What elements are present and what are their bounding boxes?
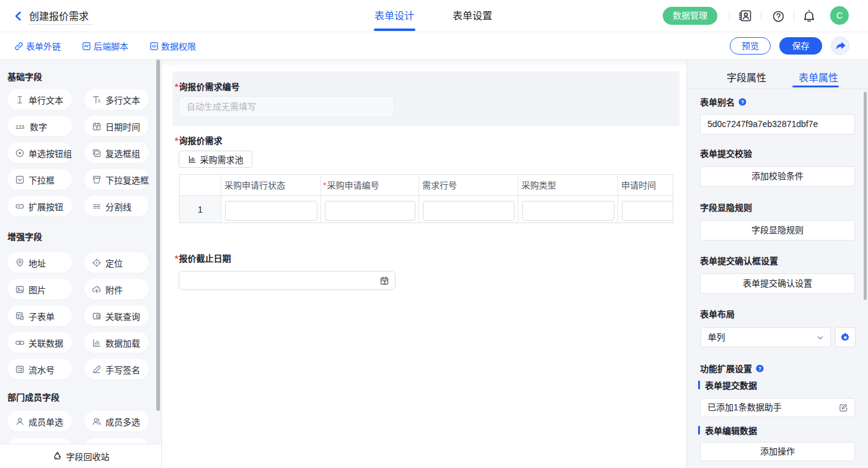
svg-text:?: ? xyxy=(758,365,761,371)
svg-text:?: ? xyxy=(741,99,744,105)
svg-text:123: 123 xyxy=(16,123,24,130)
